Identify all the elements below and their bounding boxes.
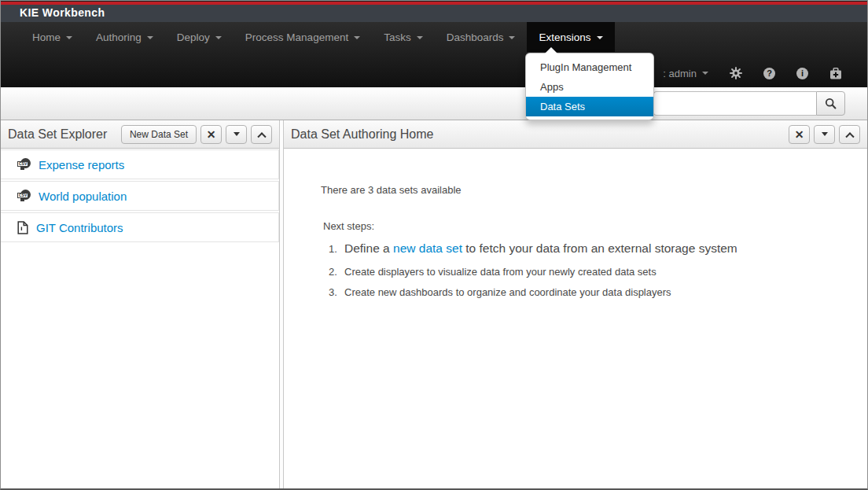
new-data-set-button[interactable]: New Data Set — [121, 125, 197, 144]
chevron-up-icon — [257, 132, 266, 141]
collapse-panel-button[interactable] — [251, 125, 272, 144]
search-toolbar — [1, 87, 867, 120]
about-button[interactable]: i — [796, 68, 808, 79]
menu-item-plugin-management[interactable]: PlugIn Management — [526, 57, 653, 77]
csv-data-set-icon: CSV — [17, 158, 31, 171]
settings-button[interactable] — [730, 67, 742, 79]
chevron-up-icon — [845, 132, 854, 141]
data-set-label: GIT Contributors — [36, 221, 123, 234]
close-icon: ✕ — [207, 129, 216, 140]
new-data-set-link[interactable]: new data set — [393, 241, 462, 255]
chevron-down-icon — [417, 36, 423, 39]
next-steps-list: 1. Define a new data set to fetch your d… — [329, 241, 851, 298]
help-button[interactable]: ? — [763, 68, 775, 79]
nav-item-extensions[interactable]: Extensions — [527, 22, 614, 52]
data-set-explorer-panel: Data Set Explorer New Data Set ✕ — [1, 120, 280, 488]
list-item-git-contributors[interactable]: GIT Contributors — [1, 212, 279, 242]
app-title: KIE Workbench — [20, 6, 105, 19]
step-create-displayers: 2. Create displayers to visualize data f… — [329, 266, 851, 278]
nav-item-label: Home — [32, 31, 61, 43]
chevron-down-icon — [66, 36, 72, 39]
data-set-label: World population — [39, 190, 127, 203]
user-menu[interactable]: : admin — [663, 68, 708, 79]
rest-api-button[interactable] — [829, 68, 842, 79]
menu-item-apps[interactable]: Apps — [526, 77, 653, 97]
nav-item-label: Extensions — [539, 31, 590, 43]
info-icon: i — [796, 68, 808, 79]
step-number: 3. — [329, 286, 344, 298]
close-icon: ✕ — [795, 129, 804, 140]
app-titlebar: KIE Workbench — [1, 5, 867, 22]
chevron-down-icon — [702, 72, 708, 75]
searchbox — [653, 91, 845, 116]
step-text: Create displayers to visualize data from… — [344, 266, 657, 278]
step-text: Create new dashboards to organize and co… — [344, 286, 671, 298]
close-panel-button[interactable]: ✕ — [200, 125, 222, 144]
panel-menu-button[interactable] — [226, 125, 247, 144]
step-number: 1. — [329, 243, 344, 255]
chevron-down-icon — [147, 36, 153, 39]
list-item-world-population[interactable]: CSV World population — [1, 181, 279, 211]
list-item-expense-reports[interactable]: CSV Expense reports — [1, 149, 279, 179]
nav-item-home[interactable]: Home — [20, 22, 84, 52]
chevron-down-icon — [354, 36, 360, 39]
home-header-actions: ✕ — [789, 125, 860, 144]
chevron-down-icon — [597, 36, 603, 39]
explorer-panel-header: Data Set Explorer New Data Set ✕ — [1, 120, 279, 149]
step-text: Define a new data set to fetch your data… — [344, 241, 737, 256]
nav-item-label: Deploy — [177, 31, 210, 43]
chevron-down-icon — [509, 36, 515, 39]
main-navbar: Home Authoring Deploy Process Management… — [1, 22, 867, 87]
application-window: KIE Workbench Home Authoring Deploy Proc… — [0, 0, 868, 490]
panel-menu-button[interactable] — [814, 125, 835, 144]
nav-item-dashboards[interactable]: Dashboards — [435, 22, 528, 52]
main-content-area: Data Set Explorer New Data Set ✕ — [1, 120, 867, 488]
nav-item-authoring[interactable]: Authoring — [84, 22, 165, 52]
data-set-label: Expense reports — [39, 158, 124, 171]
nav-item-tasks[interactable]: Tasks — [372, 22, 435, 52]
close-panel-button[interactable]: ✕ — [789, 125, 810, 144]
explorer-header-actions: New Data Set ✕ — [121, 125, 272, 144]
data-set-authoring-home-panel: Data Set Authoring Home ✕ There are 3 da… — [283, 120, 867, 488]
step-create-dashboards: 3. Create new dashboards to organize and… — [329, 286, 851, 298]
explorer-panel-title: Data Set Explorer — [8, 127, 107, 142]
chevron-down-icon — [215, 36, 222, 39]
next-steps-label: Next steps: — [323, 220, 851, 232]
nav-item-label: Authoring — [96, 31, 142, 43]
data-set-list: CSV Expense reports CSV World population — [1, 149, 279, 244]
home-panel-header: Data Set Authoring Home ✕ — [284, 120, 867, 149]
medkit-icon — [829, 68, 842, 79]
caret-down-icon — [822, 132, 828, 136]
csv-data-set-icon: CSV — [17, 190, 31, 202]
nav-menu: Home Authoring Deploy Process Management… — [20, 22, 867, 52]
nav-item-process-management[interactable]: Process Management — [234, 22, 372, 52]
search-input[interactable] — [653, 91, 816, 116]
extensions-dropdown-menu: PlugIn Management Apps Data Sets — [525, 53, 654, 120]
menu-item-data-sets[interactable]: Data Sets — [526, 97, 653, 116]
magnifier-icon — [825, 98, 837, 109]
search-button[interactable] — [816, 91, 845, 116]
nav-item-label: Tasks — [384, 31, 411, 43]
navbar-utility-area: : admin ? i — [663, 67, 842, 79]
question-icon: ? — [763, 68, 775, 79]
nav-item-deploy[interactable]: Deploy — [165, 22, 234, 52]
gear-icon — [730, 67, 742, 79]
home-panel-title: Data Set Authoring Home — [291, 127, 433, 142]
step-number: 2. — [329, 266, 344, 278]
bean-file-icon — [17, 221, 28, 234]
step-define-data-set: 1. Define a new data set to fetch your d… — [329, 241, 851, 256]
nav-item-label: Dashboards — [447, 31, 504, 43]
home-content: There are 3 data sets available Next ste… — [284, 149, 867, 298]
collapse-panel-button[interactable] — [839, 125, 860, 144]
data-sets-summary: There are 3 data sets available — [321, 184, 851, 196]
caret-down-icon — [234, 132, 240, 136]
user-label: : admin — [663, 68, 697, 79]
nav-item-label: Process Management — [245, 31, 348, 43]
